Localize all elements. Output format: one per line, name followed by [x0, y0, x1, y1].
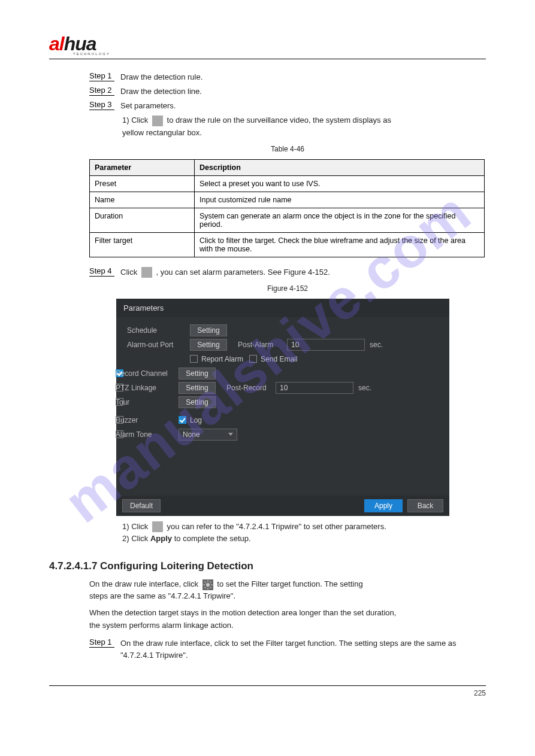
default-button[interactable]: Default — [122, 499, 161, 512]
tour-label: Tour — [116, 398, 179, 406]
post-record-label: Post-Record — [226, 384, 276, 392]
post-alarm-label: Post-Alarm — [238, 341, 287, 349]
gear-icon — [202, 579, 213, 590]
record-channel-label: Record Channel — [116, 369, 179, 378]
apply-button[interactable]: Apply — [364, 499, 403, 512]
send-email-checkbox[interactable] — [249, 355, 257, 363]
report-alarm-label: Report Alarm — [201, 355, 243, 363]
section-heading: 4.7.2.4.1.7 Configuring Loitering Detect… — [49, 560, 486, 572]
schedule-setting-button[interactable]: Setting — [190, 324, 227, 336]
step-text: On the draw rule interface, click to set… — [120, 637, 486, 661]
step-label: Step 4 — [89, 266, 114, 277]
tour-setting-button[interactable]: Setting — [179, 396, 216, 408]
alarmout-label: Alarm-out Port — [127, 341, 190, 349]
unit-sec: sec. — [358, 384, 371, 392]
step-text: Set parameters. — [120, 100, 176, 112]
step-label: Step 1 — [89, 71, 114, 81]
record-setting-button[interactable]: Setting — [179, 368, 216, 379]
parameter-table: Parameter Description Preset Select a pr… — [89, 159, 485, 257]
step-text: Draw the detection rule. — [120, 71, 202, 83]
gear-icon — [152, 521, 163, 532]
step-label: Step 2 — [89, 86, 114, 96]
alarmtone-label: Alarm Tone — [116, 430, 179, 439]
alarmtone-select[interactable]: None — [179, 429, 237, 441]
draw-instruction-line2: yellow rectangular box. — [122, 127, 486, 139]
table-caption: Table 4-46 — [89, 145, 486, 153]
page-number: 225 — [474, 689, 486, 697]
figure-caption: Figure 4-152 — [89, 284, 486, 293]
step-label: Step 3 — [89, 100, 114, 110]
post-alarm-input[interactable]: 10 — [287, 339, 365, 351]
draw-icon — [152, 116, 163, 126]
report-alarm-checkbox[interactable] — [190, 355, 198, 363]
send-email-label: Send Email — [261, 355, 297, 363]
svg-point-0 — [206, 583, 210, 587]
table-row: Duration System can generate an alarm on… — [90, 208, 485, 232]
post-record-input[interactable]: 10 — [276, 382, 353, 394]
chevron-down-icon — [228, 433, 233, 436]
log-checkbox[interactable] — [179, 416, 186, 424]
table-row: Name Input customized rule name — [90, 192, 485, 208]
buzzer-label: Buzzer — [116, 416, 179, 424]
step-text: Click , you can set alarm parameters. Se… — [120, 266, 330, 278]
page-footer: 225 — [49, 685, 486, 697]
back-button[interactable]: Back — [407, 499, 443, 512]
log-label: Log — [190, 416, 202, 424]
after-step-2: 2) Click Apply to complete the setup. — [122, 533, 486, 545]
table-header: Description — [195, 159, 485, 175]
parameters-dialog: Parameters Schedule Setting Alarm-out Po… — [116, 299, 449, 516]
brand-logo: alhua TECHNOLOGY — [49, 33, 486, 57]
ptz-label: PTZ Linkage — [116, 384, 179, 392]
dialog-title: Parameters — [116, 299, 449, 317]
header-divider — [49, 59, 486, 59]
table-row: Filter target Click to filter the target… — [90, 232, 485, 257]
config-body-l2: the system performs alarm linkage action… — [89, 620, 486, 631]
step-label: Step 1 — [89, 637, 114, 648]
after-step-1: 1) Click you can refer to the "4.7.2.4.1… — [122, 521, 486, 533]
section-body: On the draw rule interface, click to set… — [89, 578, 486, 590]
unit-sec: sec. — [370, 341, 383, 349]
draw-instruction: 1) Click to draw the rule on the surveil… — [122, 114, 486, 126]
table-header: Parameter — [90, 159, 195, 175]
step-text: Draw the detection line. — [120, 86, 202, 98]
schedule-label: Schedule — [127, 326, 190, 335]
config-body-l1: When the detection target stays in the m… — [89, 607, 486, 619]
alarmout-setting-button[interactable]: Setting — [190, 339, 227, 351]
section-body-l2: steps are the same as "4.7.2.4.1 Tripwir… — [89, 590, 486, 602]
table-row: Preset Select a preset you want to use I… — [90, 175, 485, 192]
gear-icon — [141, 267, 152, 278]
ptz-setting-button[interactable]: Setting — [179, 382, 216, 394]
